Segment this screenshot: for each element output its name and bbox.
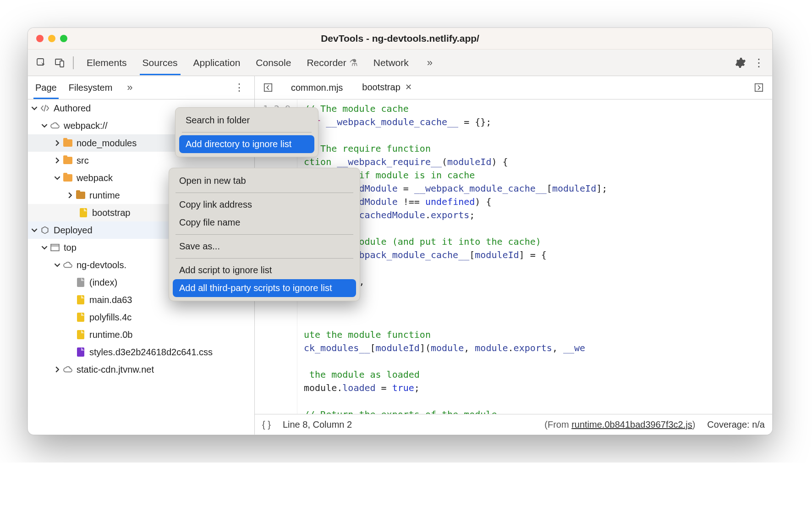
disclosure-right-icon[interactable]	[54, 366, 61, 373]
tree-label: webpack://	[64, 117, 108, 134]
navtab-overflow[interactable]: »	[123, 82, 136, 94]
disclosure-down-icon[interactable]	[41, 244, 48, 251]
editor-tab-bootstrap[interactable]: bootstrap ✕	[353, 77, 420, 99]
menu-search-folder[interactable]: Search in folder	[179, 111, 314, 129]
navtab-page[interactable]: Page	[34, 77, 58, 99]
js-file-icon	[76, 312, 86, 322]
tree-label: Deployed	[54, 221, 93, 239]
cloud-icon	[50, 121, 60, 131]
menu-copy-file-name[interactable]: Copy file name	[173, 214, 356, 231]
source-from-link[interactable]: runtime.0b841bad3967f3c2.js	[571, 419, 692, 430]
settings-gear-icon[interactable]	[732, 54, 749, 72]
menu-ignore-third-party[interactable]: Add all third-party scripts to ignore li…	[173, 279, 356, 297]
editor-statusbar: { } Line 8, Column 2 (From runtime.0b841…	[255, 414, 772, 435]
tree-label: bootstrap	[92, 204, 130, 221]
tree-static-host[interactable]: static-cdn.jtvnw.net	[28, 361, 254, 378]
tree-label: (index)	[89, 274, 117, 291]
folder-icon	[63, 155, 73, 165]
toolbar-separator	[73, 56, 74, 69]
editor-tabs: common.mjs bootstrap ✕	[255, 76, 772, 99]
tree-file-polyfills[interactable]: polyfills.4c	[28, 309, 254, 326]
inspect-element-icon[interactable]	[33, 54, 50, 72]
menu-save-as[interactable]: Save as...	[173, 237, 356, 255]
menu-open-new-tab[interactable]: Open in new tab	[173, 172, 356, 190]
pretty-print-icon[interactable]: { }	[262, 419, 271, 430]
tree-label: styles.d3e2b24618d2c641.css	[89, 343, 213, 361]
disclosure-down-icon[interactable]	[54, 261, 61, 269]
cloud-icon	[63, 364, 73, 375]
authored-icon	[40, 103, 50, 113]
minimize-window-button[interactable]	[48, 35, 55, 42]
disclosure-right-icon[interactable]	[54, 157, 61, 164]
tab-application[interactable]: Application	[192, 51, 241, 75]
coverage-status: Coverage: n/a	[707, 419, 765, 430]
panel-tabs: Elements Sources Application Console Rec…	[78, 51, 731, 75]
menu-ignore-dir[interactable]: Add directory to ignore list	[179, 135, 314, 153]
tree-label: static-cdn.jtvnw.net	[77, 361, 154, 378]
tree-label: src	[77, 152, 89, 169]
folder-context-menu[interactable]: Search in folder Add directory to ignore…	[175, 107, 318, 157]
disclosure-right-icon[interactable]	[66, 192, 74, 199]
file-icon	[76, 277, 86, 287]
disclosure-down-icon[interactable]	[54, 174, 61, 182]
frame-icon	[50, 242, 60, 253]
tab-sources[interactable]: Sources	[142, 51, 179, 75]
cursor-position: Line 8, Column 2	[283, 419, 352, 430]
tree-label: webpack	[77, 169, 113, 187]
lab-icon: ⚗︎	[349, 57, 358, 68]
menu-separator	[176, 258, 353, 259]
menu-separator	[182, 132, 312, 132]
disclosure-right-icon[interactable]	[54, 139, 61, 147]
main-toolbar: Elements Sources Application Console Rec…	[28, 50, 772, 76]
maximize-window-button[interactable]	[60, 35, 67, 42]
css-file-icon	[76, 347, 86, 357]
editor-tab-common[interactable]: common.mjs	[282, 77, 351, 98]
navigator-more-icon[interactable]: ⋮	[231, 82, 248, 94]
folder-icon	[76, 190, 86, 200]
close-window-button[interactable]	[36, 35, 44, 42]
cloud-icon	[63, 260, 73, 270]
tree-label: polyfills.4c	[89, 309, 132, 326]
code-content[interactable]: // The module cachevar __webpack_module_…	[297, 99, 772, 414]
tree-label: runtime.0b	[89, 326, 133, 343]
titlebar: DevTools - ng-devtools.netlify.app/	[28, 28, 772, 50]
tab-elements[interactable]: Elements	[86, 51, 128, 75]
window-controls	[28, 35, 67, 42]
folder-icon	[63, 138, 73, 148]
device-toolbar-icon[interactable]	[51, 54, 68, 72]
js-file-icon	[76, 330, 86, 340]
menu-separator	[176, 234, 353, 235]
more-menu-icon[interactable]: ⋮	[750, 54, 768, 72]
tabs-overflow-button[interactable]: »	[423, 57, 436, 69]
nav-next-icon[interactable]	[750, 79, 768, 96]
tab-network[interactable]: Network	[373, 51, 410, 75]
menu-separator	[176, 193, 353, 193]
svg-rect-2	[60, 61, 64, 67]
tree-label: main.da63	[89, 291, 132, 309]
disclosure-down-icon[interactable]	[31, 226, 38, 234]
tree-label: Authored	[54, 99, 91, 117]
js-file-icon	[78, 208, 88, 218]
deployed-icon	[40, 225, 50, 235]
svg-rect-6	[755, 84, 763, 92]
navigator-tabs: Page Filesystem » ⋮	[28, 76, 254, 99]
window-title: DevTools - ng-devtools.netlify.app/	[28, 33, 772, 44]
menu-ignore-script[interactable]: Add script to ignore list	[173, 261, 356, 279]
menu-copy-link[interactable]: Copy link address	[173, 196, 356, 214]
file-context-menu[interactable]: Open in new tab Copy link address Copy f…	[169, 168, 360, 301]
devtools-window: DevTools - ng-devtools.netlify.app/ Elem…	[27, 28, 773, 435]
tree-file-runtime[interactable]: runtime.0b	[28, 326, 254, 343]
svg-rect-3	[51, 244, 59, 251]
tab-recorder[interactable]: Recorder⚗︎	[306, 51, 358, 75]
tab-console[interactable]: Console	[255, 51, 292, 75]
disclosure-down-icon[interactable]	[41, 122, 48, 129]
main-layout: Page Filesystem » ⋮ Authored w	[28, 76, 772, 435]
navtab-filesystem[interactable]: Filesystem	[68, 77, 114, 99]
close-tab-icon[interactable]: ✕	[405, 82, 412, 92]
tree-label: runtime	[89, 187, 120, 204]
disclosure-down-icon[interactable]	[31, 105, 38, 112]
tree-file-styles[interactable]: styles.d3e2b24618d2c641.css	[28, 343, 254, 361]
nav-prev-icon[interactable]	[259, 79, 277, 96]
tree-label: top	[64, 239, 77, 256]
tree-label: ng-devtools.	[77, 256, 126, 274]
